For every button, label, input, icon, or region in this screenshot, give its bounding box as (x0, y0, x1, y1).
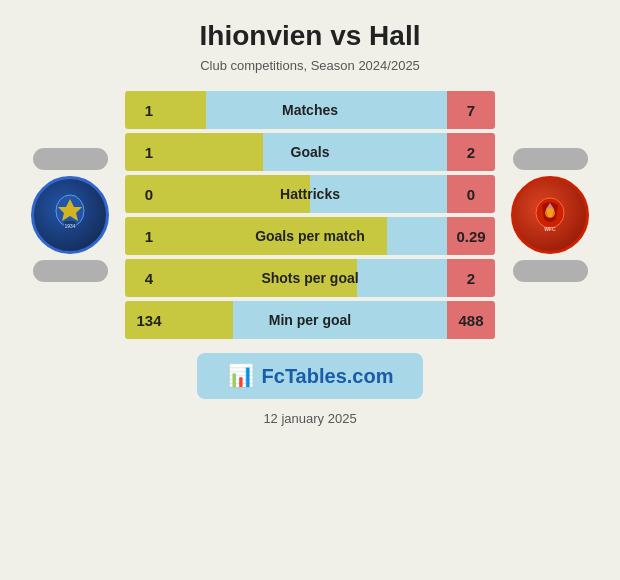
left-pill-bottom (33, 260, 108, 282)
stat-bar-1: Goals (173, 133, 447, 171)
stat-label-1: Goals (291, 144, 330, 160)
svg-point-5 (545, 208, 555, 218)
match-date: 12 january 2025 (263, 411, 356, 426)
stat-row-5: 134 Min per goal 488 (125, 301, 495, 339)
main-area: 1934 1 Matches 7 1 Goals 2 0 Hattricks (10, 91, 610, 339)
stat-bar-2: Hattricks (173, 175, 447, 213)
stats-table: 1 Matches 7 1 Goals 2 0 Hattricks 0 1 (125, 91, 495, 339)
stat-bar-5: Min per goal (173, 301, 447, 339)
stat-right-val-5: 488 (447, 301, 495, 339)
fctables-banner: 📊 FcTables.com (197, 353, 424, 399)
stat-right-val-2: 0 (447, 175, 495, 213)
stat-right-val-1: 2 (447, 133, 495, 171)
match-title: Ihionvien vs Hall (200, 20, 421, 52)
stat-row-0: 1 Matches 7 (125, 91, 495, 129)
stat-left-val-1: 1 (125, 133, 173, 171)
stat-right-val-3: 0.29 (447, 217, 495, 255)
stat-row-1: 1 Goals 2 (125, 133, 495, 171)
stat-left-val-4: 4 (125, 259, 173, 297)
stat-label-2: Hattricks (280, 186, 340, 202)
stat-right-val-4: 2 (447, 259, 495, 297)
stat-row-4: 4 Shots per goal 2 (125, 259, 495, 297)
fctables-chart-icon: 📊 (227, 363, 254, 389)
stat-row-3: 1 Goals per match 0.29 (125, 217, 495, 255)
right-team-crest-svg: WFC (526, 191, 574, 239)
right-team-badge: WFC (511, 176, 589, 254)
right-pill-bottom (513, 260, 588, 282)
stat-label-4: Shots per goal (261, 270, 358, 286)
fctables-label: FcTables.com (262, 365, 394, 388)
stat-fill-1 (173, 133, 263, 171)
stat-right-val-0: 7 (447, 91, 495, 129)
left-team-badge: 1934 (31, 176, 109, 254)
stat-fill-0 (173, 91, 206, 129)
left-pill-top (33, 148, 108, 170)
stat-bar-0: Matches (173, 91, 447, 129)
left-team-logo-area: 1934 (15, 148, 125, 282)
stat-left-val-2: 0 (125, 175, 173, 213)
match-subtitle: Club competitions, Season 2024/2025 (200, 58, 420, 73)
stat-label-3: Goals per match (255, 228, 365, 244)
stat-label-0: Matches (282, 102, 338, 118)
stat-left-val-5: 134 (125, 301, 173, 339)
stat-left-val-3: 1 (125, 217, 173, 255)
svg-text:1934: 1934 (64, 223, 75, 229)
left-team-crest-svg: 1934 (46, 191, 94, 239)
svg-text:WFC: WFC (544, 226, 556, 232)
right-team-logo-area: WFC (495, 148, 605, 282)
stat-bar-3: Goals per match (173, 217, 447, 255)
stat-fill-5 (173, 301, 233, 339)
stat-bar-4: Shots per goal (173, 259, 447, 297)
stat-label-5: Min per goal (269, 312, 351, 328)
stat-left-val-0: 1 (125, 91, 173, 129)
stat-row-2: 0 Hattricks 0 (125, 175, 495, 213)
right-pill-top (513, 148, 588, 170)
